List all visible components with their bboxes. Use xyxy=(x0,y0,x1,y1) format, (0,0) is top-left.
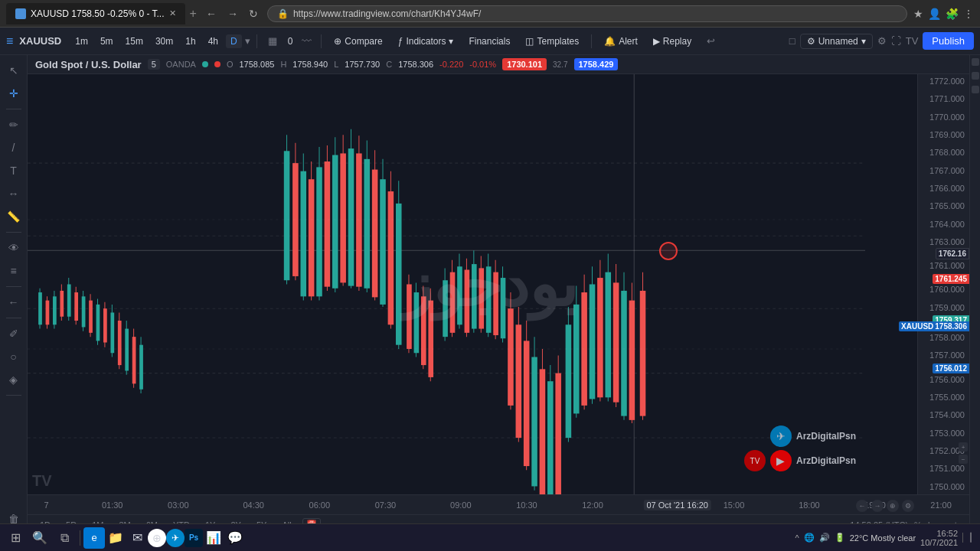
new-tab-btn[interactable]: + xyxy=(190,7,197,21)
taskbar-clock: 16:52 10/7/2021 xyxy=(920,529,958,547)
ohlc-high-label: H xyxy=(280,60,286,69)
sidebar-trendline-tool[interactable]: / xyxy=(3,137,24,158)
time-zoom-next[interactable]: → xyxy=(871,500,884,512)
bar-input-0[interactable]: 0 xyxy=(285,34,296,48)
chart-plot-area[interactable]: بودجوز TV ✈ ArzDigitalPsn TV xyxy=(28,74,917,494)
unnamed-dropdown[interactable]: ⚙ Unnamed ▾ xyxy=(800,34,873,49)
screenshot-btn[interactable]: □ xyxy=(789,35,795,47)
time-0430: 04:30 xyxy=(243,500,264,510)
rs-icon-2[interactable] xyxy=(972,72,979,80)
chart-area[interactable]: Gold Spot / U.S. Dollar 5 OANDA O 1758.0… xyxy=(28,55,969,534)
unnamed-arrow: ▾ xyxy=(861,36,866,47)
svg-rect-31 xyxy=(118,321,122,365)
tf-30m[interactable]: 30m xyxy=(151,34,178,48)
replay-btn[interactable]: ▶ Replay xyxy=(647,34,697,48)
price-zoom-in[interactable]: + xyxy=(959,442,968,452)
line-tool-icon[interactable]: 〰 xyxy=(299,34,315,48)
taskbar-edge[interactable]: e xyxy=(83,527,105,549)
time-settings[interactable]: ⚙ xyxy=(902,500,914,512)
tf-5m[interactable]: 5m xyxy=(96,34,118,48)
tv-icon-btn[interactable]: TV xyxy=(906,35,919,47)
templates-btn[interactable]: ◫ Templates xyxy=(519,34,585,48)
tab-close-btn[interactable]: ✕ xyxy=(169,8,176,18)
sidebar-cursor-tool[interactable]: ↖ xyxy=(3,60,24,81)
time-highlighted: 07 Oct '21 16:20 xyxy=(643,500,710,510)
sidebar-crosshair-tool[interactable]: ✛ xyxy=(3,83,24,104)
price-1764: 1764.000 xyxy=(918,219,969,230)
start-btn[interactable]: ⊞ xyxy=(3,526,28,550)
price-zoom-out[interactable]: − xyxy=(959,455,968,464)
weather-temp: 22°C Mostly clear xyxy=(850,533,916,543)
time-zoom-prev[interactable]: ← xyxy=(856,500,868,512)
sidebar-eye-tool[interactable]: 👁 xyxy=(3,237,24,259)
back-btn[interactable]: ← xyxy=(203,6,220,21)
rs-icon-3[interactable] xyxy=(972,86,979,93)
active-tab[interactable]: XAUUSD 1758.50 -0.25% 0 - T... ✕ xyxy=(6,3,185,24)
sidebar-text-tool[interactable]: T xyxy=(3,160,24,181)
taskbar-chrome[interactable]: ⊕ xyxy=(148,529,166,547)
price-1751: 1751.000 xyxy=(918,463,969,474)
financials-btn[interactable]: Financials xyxy=(462,34,516,48)
ohlc-close-label: C xyxy=(386,60,392,69)
compare-label: Compare xyxy=(345,36,382,47)
task-view-btn[interactable]: ⧉ xyxy=(52,526,77,550)
bookmark-btn[interactable]: ★ xyxy=(913,8,923,20)
svg-rect-25 xyxy=(96,305,100,341)
sidebar-ellipse-tool[interactable]: ○ xyxy=(3,346,24,367)
taskbar-network[interactable]: 🌐 xyxy=(804,533,815,543)
search-btn[interactable]: 🔍 xyxy=(28,526,52,550)
taskbar-hidden-icons[interactable]: ^ xyxy=(795,533,799,543)
unnamed-label: Unnamed xyxy=(818,36,858,47)
url-text: https://www.tradingview.com/chart/Kh4YJ4… xyxy=(293,8,897,19)
compare-btn[interactable]: ⊕ Compare xyxy=(328,34,388,48)
indicators-btn[interactable]: ƒ Indicators ▾ xyxy=(392,34,460,48)
tf-4h[interactable]: 4h xyxy=(204,34,223,48)
rs-icon-1[interactable] xyxy=(972,58,979,66)
bar-type-icon[interactable]: ▦ xyxy=(263,34,282,48)
extensions-btn[interactable]: 🧩 xyxy=(946,8,959,20)
fullscreen-btn[interactable]: ⛶ xyxy=(891,35,901,47)
price-1772: 1772.000 xyxy=(918,76,969,87)
sidebar-measure-tool[interactable]: ↔ xyxy=(3,183,24,204)
taskbar-app8[interactable]: 💬 xyxy=(224,527,246,549)
alert-btn[interactable]: 🔔 Alert xyxy=(598,34,644,48)
sidebar-arrow-tool[interactable]: ← xyxy=(3,292,24,313)
reload-btn[interactable]: ↻ xyxy=(246,6,261,21)
taskbar-show-desktop[interactable]: ▕ xyxy=(962,533,972,543)
taskbar-app7[interactable]: 📊 xyxy=(203,527,224,549)
taskbar-telegram[interactable]: ✈ xyxy=(166,529,185,547)
telegram-icon: ✈ xyxy=(770,425,792,447)
taskbar-volume[interactable]: 🔊 xyxy=(819,533,830,543)
templates-label: Templates xyxy=(537,36,579,47)
arz-youtube-text: ArzDigitalPsn xyxy=(796,455,856,466)
sidebar-patterns-tool[interactable]: ◈ xyxy=(3,369,24,390)
menu-btn[interactable]: ⋮ xyxy=(963,8,974,20)
sidebar-divider-3 xyxy=(6,286,21,287)
tf-more-icon[interactable]: ▾ xyxy=(245,35,250,47)
sidebar-ruler-tool[interactable]: 📏 xyxy=(3,206,24,227)
tf-d[interactable]: D xyxy=(226,34,242,48)
settings-btn[interactable]: ⚙ xyxy=(877,35,887,47)
sidebar-brush-tool[interactable]: ✐ xyxy=(3,323,24,344)
profile-btn[interactable]: 👤 xyxy=(928,8,941,20)
time-axis: 7 01:30 03:00 04:30 06:00 07:30 09:00 10… xyxy=(28,494,969,514)
undo-btn[interactable]: ↩ xyxy=(704,34,718,48)
publish-btn[interactable]: Publish xyxy=(923,32,974,50)
taskbar-photoshop[interactable]: Ps xyxy=(185,529,203,547)
sidebar-layers-tool[interactable]: ≡ xyxy=(3,260,24,282)
symbol-label[interactable]: XAUUSD xyxy=(19,35,61,47)
price-1761: 1761.000 xyxy=(918,260,969,272)
tf-15m[interactable]: 15m xyxy=(121,34,148,48)
tf-1h[interactable]: 1h xyxy=(181,34,200,48)
time-0600: 06:00 xyxy=(309,500,331,510)
sidebar-pencil-tool[interactable]: ✏ xyxy=(3,114,24,135)
forward-btn[interactable]: → xyxy=(224,6,241,21)
taskbar-explorer[interactable]: 📁 xyxy=(105,527,126,549)
tf-1m[interactable]: 1m xyxy=(70,34,93,48)
price-1765: 1765.000 xyxy=(918,201,969,212)
arz-ch-icon: TV xyxy=(744,450,766,471)
address-bar[interactable]: 🔒 https://www.tradingview.com/chart/Kh4Y… xyxy=(267,5,907,22)
taskbar-mail[interactable]: ✉ xyxy=(126,527,148,549)
time-scroll-right[interactable]: ⊕ xyxy=(887,500,899,512)
taskbar-sep xyxy=(80,530,80,546)
